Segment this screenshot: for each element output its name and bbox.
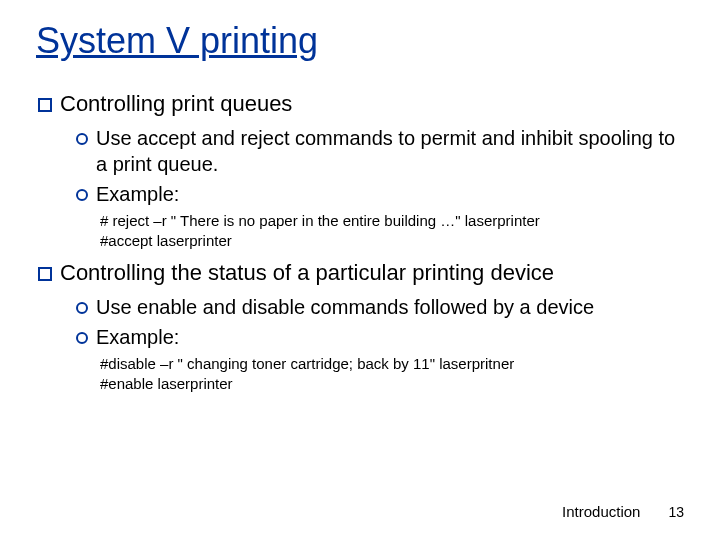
bullet-level2: Use accept and reject commands to permit… [76, 125, 684, 177]
bullet-level2: Example: [76, 324, 684, 350]
section1-bullet1: Use accept and reject commands to permit… [96, 125, 684, 177]
slide-title: System V printing [36, 20, 684, 62]
section2-heading: Controlling the status of a particular p… [60, 259, 684, 288]
circle-bullet-icon [76, 332, 88, 344]
section2-bullet2: Example: [96, 324, 684, 350]
code-line: #enable laserprinter [100, 374, 684, 394]
section1-heading: Controlling print queues [60, 90, 684, 119]
footer-label: Introduction [562, 503, 640, 520]
code-line: # reject –r " There is no paper in the e… [100, 211, 684, 231]
circle-bullet-icon [76, 189, 88, 201]
bullet-level2: Example: [76, 181, 684, 207]
bullet-level2: Use enable and disable commands followed… [76, 294, 684, 320]
section1-bullet2: Example: [96, 181, 684, 207]
code-block: # reject –r " There is no paper in the e… [100, 211, 684, 252]
slide-footer: Introduction 13 [562, 503, 684, 520]
square-bullet-icon [38, 98, 52, 112]
section2-bullet1: Use enable and disable commands followed… [96, 294, 684, 320]
bullet-level1: Controlling the status of a particular p… [38, 259, 684, 288]
code-line: #disable –r " changing toner cartridge; … [100, 354, 684, 374]
bullet-level1: Controlling print queues [38, 90, 684, 119]
circle-bullet-icon [76, 133, 88, 145]
square-bullet-icon [38, 267, 52, 281]
code-line: #accept laserprinter [100, 231, 684, 251]
page-number: 13 [668, 504, 684, 520]
circle-bullet-icon [76, 302, 88, 314]
code-block: #disable –r " changing toner cartridge; … [100, 354, 684, 395]
